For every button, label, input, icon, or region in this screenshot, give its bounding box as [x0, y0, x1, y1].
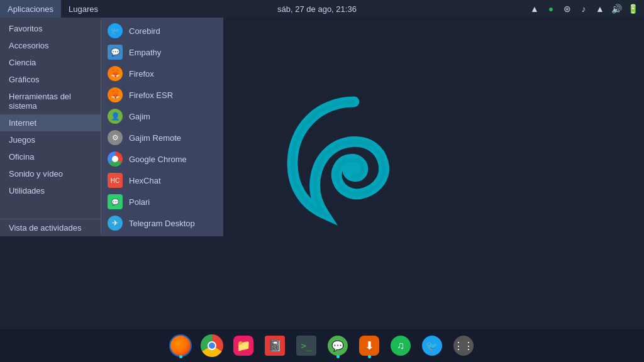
- wechat-active-dot: [336, 355, 340, 358]
- application-menu: Favoritos Accesorios Ciencia Gráficos He…: [0, 18, 223, 236]
- app-item-telegram[interactable]: ✈ Telegram Desktop: [101, 212, 223, 234]
- gajim-remote-icon: ⚙: [108, 130, 123, 145]
- eject-icon[interactable]: ▲: [528, 3, 541, 15]
- sidebar-item-herramientas[interactable]: Herramientas del sistema: [0, 88, 101, 114]
- firefox-active-dot: [179, 355, 182, 358]
- sidebar-item-accesorios[interactable]: Accesorios: [0, 37, 101, 54]
- dock-wechat[interactable]: 💬: [325, 332, 351, 359]
- topbar-left: Aplicaciones Lugares: [0, 0, 106, 18]
- dock-rednotebook[interactable]: 📓: [262, 332, 288, 359]
- app-item-google-chrome[interactable]: Google Chrome: [101, 148, 223, 170]
- battery-icon[interactable]: 🔋: [626, 3, 639, 15]
- app-label-google-chrome: Google Chrome: [129, 155, 187, 164]
- app-item-hexchat[interactable]: HC HexChat: [101, 170, 223, 191]
- app-label-gajim: Gajim: [129, 112, 150, 121]
- chrome-icon: [108, 151, 123, 167]
- app-item-gajim[interactable]: 👤 Gajim: [101, 106, 223, 127]
- menu-apps-list: 🐦 Corebird 💬 Empathy 🦊 Firefox 🦊 Firefox…: [101, 18, 223, 236]
- files-dock-icon: 📁: [233, 336, 253, 356]
- empathy-icon: 💬: [108, 45, 123, 60]
- topbar: Aplicaciones Lugares sáb, 27 de ago, 21:…: [0, 0, 644, 18]
- sidebar-item-internet[interactable]: Internet: [0, 114, 101, 131]
- topbar-right: ▲ ● ⊛ ♪ ▲ 🔊 🔋: [528, 3, 644, 15]
- sidebar-item-graficos[interactable]: Gráficos: [0, 71, 101, 88]
- chrome-dock-center: [208, 341, 216, 350]
- dock-spotify[interactable]: ♫: [387, 332, 414, 359]
- app-label-firefox: Firefox: [129, 69, 154, 79]
- sidebar-item-juegos[interactable]: Juegos: [0, 131, 101, 148]
- volume-icon[interactable]: 🔊: [610, 3, 623, 15]
- dock-twitter[interactable]: 🐦: [419, 332, 445, 359]
- music-icon[interactable]: ♪: [577, 3, 590, 15]
- terminal-dock-icon: >_: [296, 336, 316, 356]
- vista-actividades-button[interactable]: Vista de actividades: [0, 219, 101, 236]
- wechat-dock-icon: 💬: [328, 336, 348, 356]
- sidebar-item-favoritos[interactable]: Favoritos: [0, 20, 101, 37]
- sidebar-item-sonido[interactable]: Sonido y vídeo: [0, 165, 101, 182]
- sidebar-item-utilidades[interactable]: Utilidades: [0, 182, 101, 199]
- gajim-icon: 👤: [108, 109, 123, 124]
- telegram-icon: ✈: [108, 216, 123, 231]
- menu-item-lugares[interactable]: Lugares: [61, 0, 106, 18]
- app-label-hexchat: HexChat: [129, 176, 161, 185]
- dock-chrome[interactable]: [199, 332, 225, 359]
- sidebar-item-oficina[interactable]: Oficina: [0, 148, 101, 165]
- twitter-dock-icon: 🐦: [422, 336, 442, 356]
- spotify-tray-icon[interactable]: ●: [545, 3, 557, 15]
- app-item-corebird[interactable]: 🐦 Corebird: [101, 20, 223, 41]
- app-label-gajim-remote: Gajim Remote: [129, 133, 181, 143]
- dock-terminal[interactable]: >_: [293, 332, 319, 359]
- app-item-empathy[interactable]: 💬 Empathy: [101, 41, 223, 63]
- transmission-active-dot: [368, 355, 371, 358]
- app-item-firefox-esr[interactable]: 🦊 Firefox ESR: [101, 84, 223, 106]
- polari-icon: 💬: [108, 194, 123, 209]
- debian-swirl-logo: [266, 84, 442, 260]
- dock-apps-grid[interactable]: ⋮⋮: [450, 332, 477, 359]
- rednotebook-icon: 📓: [265, 336, 285, 356]
- app-label-corebird: Corebird: [129, 26, 160, 36]
- dock-files[interactable]: 📁: [230, 332, 257, 359]
- firefox-icon: 🦊: [108, 66, 123, 81]
- firefox-esr-icon: 🦊: [108, 87, 123, 102]
- dock-firefox[interactable]: [167, 332, 194, 359]
- chrome-dock-icon: [201, 334, 223, 357]
- dock-transmission[interactable]: ⬇: [356, 332, 382, 359]
- apps-grid-icon: ⋮⋮: [453, 336, 474, 356]
- transmission-dock-icon: ⬇: [359, 336, 379, 356]
- spotify-dock-icon: ♫: [391, 336, 411, 356]
- app-label-empathy: Empathy: [129, 48, 161, 57]
- corebird-icon: 🐦: [108, 23, 123, 38]
- taskbar: 📁 📓 >_ 💬 ⬇ ♫ 🐦 ⋮⋮: [0, 329, 644, 362]
- sidebar-item-ciencia[interactable]: Ciencia: [0, 54, 101, 71]
- network-icon[interactable]: ⊛: [561, 3, 574, 15]
- app-label-polari: Polari: [129, 197, 150, 207]
- app-label-firefox-esr: Firefox ESR: [129, 90, 173, 100]
- hexchat-icon: HC: [108, 173, 123, 188]
- topbar-datetime: sáb, 27 de ago, 21:36: [106, 4, 528, 14]
- app-label-telegram: Telegram Desktop: [129, 219, 195, 228]
- app-item-polari[interactable]: 💬 Polari: [101, 191, 223, 212]
- firefox-dock-icon: [169, 334, 192, 357]
- menu-item-aplicaciones[interactable]: Aplicaciones: [0, 0, 61, 18]
- menu-sidebar: Favoritos Accesorios Ciencia Gráficos He…: [0, 18, 101, 236]
- wifi-icon[interactable]: ▲: [594, 3, 606, 15]
- app-item-gajim-remote[interactable]: ⚙ Gajim Remote: [101, 127, 223, 148]
- app-item-firefox[interactable]: 🦊 Firefox: [101, 63, 223, 84]
